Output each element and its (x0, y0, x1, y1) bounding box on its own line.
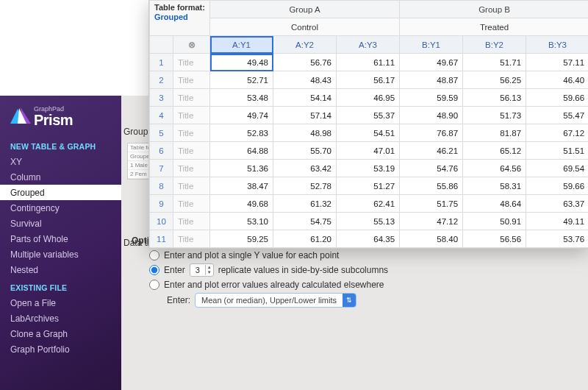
nav-item-contingency[interactable]: Contingency (0, 200, 121, 216)
data-cell[interactable]: 59.66 (526, 89, 588, 107)
data-cell[interactable]: 53.48 (210, 89, 273, 107)
data-cell[interactable]: 63.37 (526, 195, 588, 213)
data-cell[interactable]: 47.01 (337, 142, 400, 160)
data-cell[interactable]: 49.48 (210, 54, 273, 71)
row-number[interactable]: 11 (150, 230, 173, 248)
data-cell[interactable]: 51.36 (210, 160, 273, 177)
column-header-a-y2[interactable]: A:Y2 (273, 36, 337, 54)
option-single-y[interactable]: Enter and plot a single Y value for each… (149, 250, 578, 260)
data-cell[interactable]: 58.40 (400, 230, 463, 248)
data-cell[interactable]: 69.54 (526, 160, 588, 177)
data-cell[interactable]: 54.76 (400, 160, 463, 177)
data-cell[interactable]: 53.76 (526, 230, 588, 248)
row-title[interactable]: Title (173, 160, 210, 177)
data-cell[interactable]: 61.20 (273, 230, 337, 248)
data-cell[interactable]: 57.11 (526, 54, 588, 71)
table-format-link[interactable]: Grouped (154, 13, 188, 21)
row-number[interactable]: 3 (150, 89, 173, 107)
data-cell[interactable]: 49.11 (526, 213, 588, 230)
row-title[interactable]: Title (173, 54, 210, 71)
nav-item-column[interactable]: Column (0, 169, 121, 185)
row-title[interactable]: Title (173, 177, 210, 195)
data-cell[interactable]: 55.13 (337, 213, 400, 230)
group-header-a[interactable]: Group A (210, 1, 400, 18)
data-cell[interactable]: 51.71 (463, 54, 526, 71)
column-header-b-y1[interactable]: B:Y1 (400, 36, 463, 54)
data-cell[interactable]: 48.43 (273, 71, 337, 89)
data-cell[interactable]: 53.10 (210, 213, 273, 230)
data-cell[interactable]: 53.19 (337, 160, 400, 177)
data-cell[interactable]: 47.12 (400, 213, 463, 230)
data-cell[interactable]: 48.64 (463, 195, 526, 213)
row-title[interactable]: Title (173, 230, 210, 248)
data-cell[interactable]: 61.11 (337, 54, 400, 71)
column-header-a-y3[interactable]: A:Y3 (337, 36, 400, 54)
row-title[interactable]: Title (173, 71, 210, 89)
row-title[interactable]: Title (173, 195, 210, 213)
data-cell[interactable]: 67.12 (526, 124, 588, 142)
combo-arrows-icon[interactable]: ⇅ (343, 294, 356, 307)
nav-item-parts-of-whole[interactable]: Parts of Whole (0, 231, 121, 247)
row-title[interactable]: Title (173, 124, 210, 142)
data-cell[interactable]: 56.13 (463, 89, 526, 107)
replicate-count-stepper[interactable]: 3 ▲▼ (190, 263, 214, 277)
data-cell[interactable]: 46.21 (400, 142, 463, 160)
data-cell[interactable]: 51.51 (526, 142, 588, 160)
nav-item-graph-portfolio[interactable]: Graph Portfolio (0, 341, 121, 357)
data-cell[interactable]: 64.56 (463, 160, 526, 177)
data-cell[interactable]: 54.75 (273, 213, 337, 230)
data-cell[interactable]: 76.87 (400, 124, 463, 142)
data-cell[interactable]: 65.12 (463, 142, 526, 160)
data-cell[interactable]: 57.14 (273, 107, 337, 124)
data-cell[interactable]: 59.66 (526, 177, 588, 195)
data-cell[interactable]: 49.68 (210, 195, 273, 213)
data-cell[interactable]: 56.76 (273, 54, 337, 71)
data-cell[interactable]: 46.95 (337, 89, 400, 107)
data-cell[interactable]: 54.14 (273, 89, 337, 107)
data-cell[interactable]: 59.25 (210, 230, 273, 248)
data-cell[interactable]: 58.31 (463, 177, 526, 195)
enter-combo[interactable]: Mean (or median), Upper/Lower limits ⇅ (195, 293, 356, 308)
row-title[interactable]: Title (173, 89, 210, 107)
data-cell[interactable]: 61.32 (273, 195, 337, 213)
radio-single-y[interactable] (149, 250, 159, 260)
row-title[interactable]: Title (173, 213, 210, 230)
data-cell[interactable]: 52.71 (210, 71, 273, 89)
data-cell[interactable]: 52.78 (273, 177, 337, 195)
data-cell[interactable]: 55.37 (337, 107, 400, 124)
row-number[interactable]: 9 (150, 195, 173, 213)
data-cell[interactable]: 56.17 (337, 71, 400, 89)
data-cell[interactable]: 51.75 (400, 195, 463, 213)
option-replicates[interactable]: Enter 3 ▲▼ replicate values in side-by-s… (149, 263, 578, 277)
data-cell[interactable]: 55.86 (400, 177, 463, 195)
row-number[interactable]: 7 (150, 160, 173, 177)
clear-row-icon[interactable]: ⊗ (173, 36, 210, 54)
data-cell[interactable]: 38.47 (210, 177, 273, 195)
data-cell[interactable]: 62.41 (337, 195, 400, 213)
data-cell[interactable]: 55.47 (526, 107, 588, 124)
stepper-arrows-icon[interactable]: ▲▼ (205, 265, 213, 275)
data-cell[interactable]: 54.51 (337, 124, 400, 142)
data-cell[interactable]: 48.98 (273, 124, 337, 142)
nav-item-multiple-variables[interactable]: Multiple variables (0, 247, 121, 262)
row-number[interactable]: 10 (150, 213, 173, 230)
column-header-b-y2[interactable]: B:Y2 (463, 36, 526, 54)
row-number[interactable]: 2 (150, 71, 173, 89)
group-name-a[interactable]: Control (210, 18, 400, 36)
data-cell[interactable]: 55.70 (273, 142, 337, 160)
nav-item-open-a-file[interactable]: Open a File (0, 295, 121, 311)
row-number[interactable]: 1 (150, 54, 173, 71)
radio-error-values[interactable] (149, 280, 159, 290)
data-cell[interactable]: 59.59 (400, 89, 463, 107)
data-cell[interactable]: 46.40 (526, 71, 588, 89)
nav-item-nested[interactable]: Nested (0, 262, 121, 277)
nav-item-labarchives[interactable]: LabArchives (0, 311, 121, 326)
row-number[interactable]: 4 (150, 107, 173, 124)
row-number[interactable]: 8 (150, 177, 173, 195)
option-error-values[interactable]: Enter and plot error values already calc… (149, 280, 578, 290)
data-cell[interactable]: 51.73 (463, 107, 526, 124)
row-title[interactable]: Title (173, 107, 210, 124)
data-cell[interactable]: 52.83 (210, 124, 273, 142)
data-cell[interactable]: 51.27 (337, 177, 400, 195)
data-cell[interactable]: 64.88 (210, 142, 273, 160)
